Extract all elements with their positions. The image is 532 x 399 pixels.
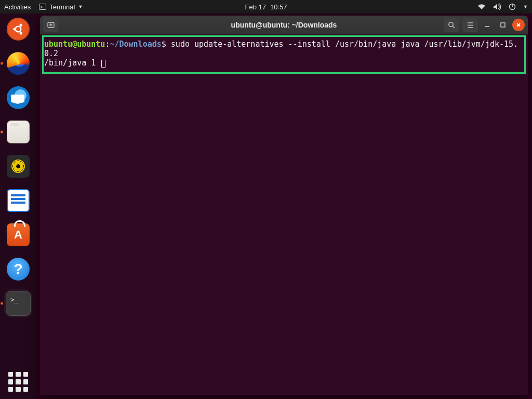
- clock-time: 10:57: [270, 3, 287, 11]
- maximize-button[interactable]: [497, 19, 509, 31]
- power-icon[interactable]: [509, 3, 516, 10]
- thunderbird-icon: [7, 86, 30, 109]
- terminal-glyph-icon: >_: [39, 4, 46, 10]
- maximize-icon: [500, 22, 506, 28]
- dock-ubuntu-logo[interactable]: [6, 17, 31, 42]
- files-icon: [7, 121, 30, 143]
- dock-item-terminal[interactable]: >_: [6, 291, 31, 316]
- dock-item-files[interactable]: [6, 119, 31, 144]
- hamburger-icon: [467, 21, 474, 29]
- dock-item-help[interactable]: ?: [6, 257, 31, 282]
- svg-point-4: [20, 32, 22, 34]
- minimize-button[interactable]: [481, 19, 494, 31]
- writer-icon: [7, 189, 30, 212]
- svg-point-5: [16, 26, 21, 32]
- terminal-cursor: [101, 60, 105, 68]
- prompt-user-host: ubuntu@ubuntu: [44, 39, 105, 49]
- command-text-line2: /bin/java 1: [44, 58, 100, 68]
- wifi-icon[interactable]: [477, 4, 486, 10]
- dock-item-software[interactable]: A: [6, 222, 31, 247]
- close-button[interactable]: [512, 19, 525, 31]
- window-title: ubuntu@ubuntu: ~/Downloads: [231, 21, 337, 29]
- top-panel: Activities >_ Terminal ▼ Feb 17 10:57 ▼: [0, 0, 532, 14]
- chevron-down-icon: ▼: [78, 4, 83, 9]
- show-applications-button[interactable]: [8, 372, 28, 392]
- prompt-suffix: $: [162, 39, 171, 49]
- dock-item-rhythmbox[interactable]: [6, 154, 31, 179]
- clock-date: Feb 17: [245, 3, 265, 11]
- close-icon: [515, 22, 522, 28]
- dock-item-firefox[interactable]: [6, 51, 31, 76]
- dock-item-libreoffice-writer[interactable]: [6, 188, 31, 213]
- svg-point-3: [20, 24, 22, 26]
- terminal-text: ubuntu@ubuntu:~/Downloads$ sudo update-a…: [42, 36, 526, 71]
- terminal-window: ubuntu@ubuntu: ~/Downloads: [40, 16, 528, 395]
- volume-icon[interactable]: [493, 3, 501, 10]
- app-menu-label: Terminal: [49, 3, 75, 11]
- system-menu-chevron-icon[interactable]: ▼: [523, 4, 528, 9]
- prompt-cwd: ~/Downloads: [110, 39, 161, 49]
- dock-item-thunderbird[interactable]: [6, 85, 31, 110]
- help-icon: ?: [7, 258, 30, 281]
- firefox-icon: [7, 52, 30, 75]
- dock: A ? >_: [0, 14, 36, 399]
- svg-point-9: [448, 22, 453, 26]
- terminal-body[interactable]: ubuntu@ubuntu:~/Downloads$ sudo update-a…: [40, 34, 528, 395]
- search-icon: [448, 21, 456, 29]
- search-button[interactable]: [444, 18, 459, 32]
- hamburger-menu-button[interactable]: [462, 18, 478, 32]
- clock[interactable]: Feb 17 10:57: [245, 3, 287, 11]
- svg-line-10: [453, 26, 455, 28]
- app-menu[interactable]: >_ Terminal ▼: [39, 3, 83, 11]
- titlebar[interactable]: ubuntu@ubuntu: ~/Downloads: [40, 16, 528, 34]
- activities-button[interactable]: Activities: [4, 3, 31, 11]
- minimize-icon: [484, 22, 490, 28]
- desktop: A ? >_ ubuntu@ubuntu: ~/Downloads: [0, 14, 532, 399]
- software-store-icon: A: [7, 223, 30, 246]
- terminal-app-icon: >_: [6, 291, 31, 316]
- ubuntu-logo-icon: [7, 18, 30, 41]
- rhythmbox-icon: [7, 155, 30, 178]
- new-tab-button[interactable]: [43, 18, 59, 32]
- svg-rect-15: [501, 23, 505, 27]
